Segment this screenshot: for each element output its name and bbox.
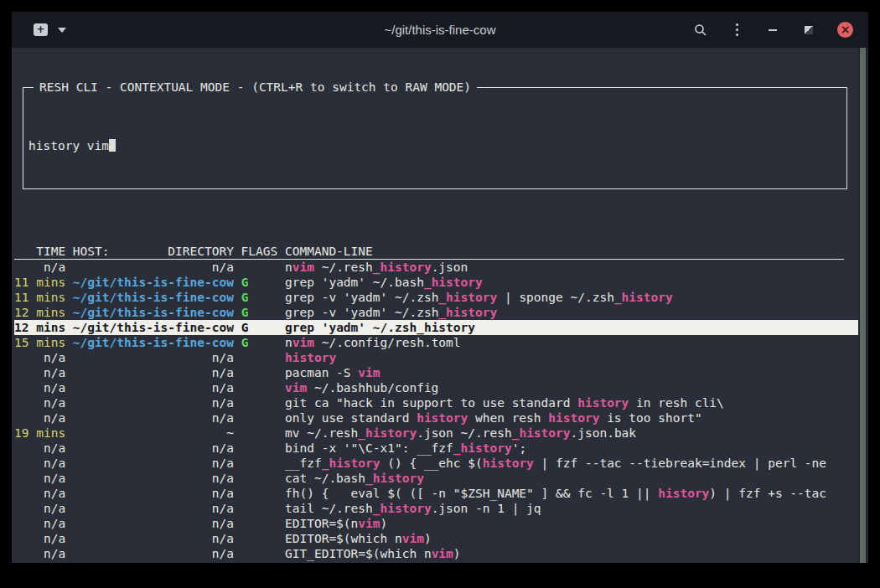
restore-button[interactable] [801, 23, 816, 38]
history-row[interactable]: n/a n/a bind -x '"\C-x1": __fzf_history'… [14, 441, 868, 456]
match-highlight: _history [365, 472, 424, 485]
match-highlight: vim [402, 532, 424, 545]
scrollbar[interactable] [858, 48, 868, 563]
row-directory: ~/git/this-is-fine-cow [73, 321, 234, 334]
history-row[interactable]: n/a n/a pacman -S vim [14, 365, 868, 380]
match-highlight: _history [373, 502, 432, 515]
match-highlight: vim [358, 366, 380, 379]
row-command: cat ~/.bash_history [285, 472, 424, 485]
row-command: history [285, 351, 336, 364]
row-time: 12 mins [14, 321, 65, 334]
history-row[interactable]: 11 mins ~/git/this-is-fine-cow G grep 'y… [14, 275, 868, 290]
menu-button[interactable] [729, 23, 744, 38]
match-highlight: _history [373, 260, 432, 274]
search-icon [694, 23, 707, 37]
row-directory: ~/git/this-is-fine-cow [73, 291, 234, 304]
match-highlight: _history [453, 441, 512, 455]
row-command: GIT_EDITOR=$(which nvim) [285, 547, 461, 560]
match-highlight: _history [417, 321, 475, 334]
terminal-window: + ~/git/this-is-fine-cow × [12, 12, 868, 563]
history-row[interactable]: n/a n/a nvim ~/.resh_history.json [14, 260, 868, 275]
history-row[interactable]: n/a n/a cat ~/.bash_history [14, 471, 868, 486]
row-directory: ~/git/this-is-fine-cow [73, 306, 234, 319]
history-row[interactable]: n/a n/a nvim [14, 561, 868, 563]
history-row[interactable]: n/a n/a git ca "hack in support to use s… [14, 395, 868, 410]
row-command: bind -x '"\C-x1": __fzf_history'; [285, 441, 526, 455]
row-flag: G [241, 306, 278, 319]
row-command: EDITOR=$(which nvim) [285, 532, 432, 545]
row-directory: ~/git/this-is-fine-cow [73, 276, 234, 289]
history-row[interactable]: n/a n/a EDITOR=$(nvim) [14, 516, 868, 531]
match-highlight: history [658, 487, 709, 500]
close-button[interactable]: × [837, 22, 853, 38]
history-row[interactable]: 15 mins ~/git/this-is-fine-cow G nvim ~/… [14, 335, 868, 350]
match-highlight: vim [292, 562, 314, 563]
match-highlight: _history [322, 456, 380, 470]
match-highlight: vim [358, 517, 380, 530]
match-highlight: _history [438, 306, 497, 319]
match-highlight: vim [292, 336, 314, 349]
match-highlight: _history [512, 426, 571, 440]
match-highlight: _history [358, 426, 417, 440]
row-command: mv ~/.resh_history.json ~/.resh_history.… [285, 426, 636, 440]
restore-icon [805, 26, 813, 34]
row-command: fh() { eval $( ([ -n "$ZSH_NAME" ] && fc… [285, 487, 826, 500]
scrollbar-thumb[interactable] [860, 48, 866, 563]
row-command: nvim ~/.config/resh.toml [285, 336, 461, 349]
match-highlight: vim [292, 260, 314, 274]
resh-search-box[interactable]: RESH CLI - CONTEXTUAL MODE - (CTRL+R to … [23, 87, 847, 189]
history-row[interactable]: n/a n/a GIT_EDITOR=$(which nvim) [14, 546, 868, 561]
match-highlight: history [548, 411, 599, 425]
history-row[interactable]: n/a n/a history [14, 350, 868, 365]
match-highlight: _history [614, 291, 673, 304]
row-time: 12 mins [14, 306, 65, 319]
history-row-selected[interactable]: 12 mins ~/git/this-is-fine-cow G grep 'y… [14, 320, 868, 335]
row-time: 15 mins [14, 336, 65, 349]
row-flag: G [241, 276, 278, 289]
row-command: git ca "hack in support to use standard … [285, 396, 724, 410]
search-query-text: history vim [28, 139, 109, 152]
row-command: grep -v 'yadm' ~/.zsh_history | sponge ~… [285, 291, 673, 304]
row-flag: G [241, 291, 278, 304]
row-command: only use standard history when resh hist… [285, 411, 702, 425]
row-time: 11 mins [14, 291, 65, 304]
match-highlight: _history [438, 291, 497, 304]
row-command: grep 'yadm' ~/.bash_history [285, 276, 483, 289]
row-command: nvim ~/.resh_history.json [285, 260, 468, 274]
history-row[interactable]: 12 mins ~/git/this-is-fine-cow G grep -v… [14, 305, 868, 320]
match-highlight: history [483, 456, 534, 470]
row-time: 19 mins [14, 426, 65, 440]
history-row[interactable]: n/a n/a tail ~/.resh_history.json -n 1 |… [14, 501, 868, 516]
match-highlight: history [577, 396, 629, 410]
search-input[interactable]: history vim [28, 138, 846, 153]
row-command: tail ~/.resh_history.json -n 1 | jq [285, 502, 541, 515]
history-row[interactable]: 11 mins ~/git/this-is-fine-cow G grep -v… [14, 290, 868, 305]
kebab-menu-icon [736, 23, 738, 26]
row-command: nvim [285, 562, 314, 563]
table-header: TIME HOST: DIRECTORY FLAGS COMMAND-LINE [14, 245, 844, 260]
history-row[interactable]: 19 mins ~ mv ~/.resh_history.json ~/.res… [14, 426, 868, 441]
minimize-button[interactable] [765, 23, 780, 38]
match-highlight: history [285, 351, 336, 364]
history-row[interactable]: n/a n/a EDITOR=$(which nvim) [14, 531, 868, 546]
titlebar[interactable]: + ~/git/this-is-fine-cow × [12, 12, 868, 48]
history-row[interactable]: n/a n/a fh() { eval $( ([ -n "$ZSH_NAME"… [14, 486, 868, 501]
row-command: grep -v 'yadm' ~/.zsh_history [285, 306, 497, 319]
match-highlight: vim [432, 547, 453, 560]
terminal-content: RESH CLI - CONTEXTUAL MODE - (CTRL+R to … [12, 48, 868, 563]
row-flag: G [241, 321, 278, 334]
history-table: TIME HOST: DIRECTORY FLAGS COMMAND-LINE … [14, 245, 868, 563]
row-command: EDITOR=$(nvim) [285, 517, 387, 530]
close-icon: × [841, 23, 851, 35]
match-highlight: _history [424, 276, 483, 289]
row-time: 11 mins [14, 276, 65, 289]
history-row[interactable]: n/a n/a vim ~/.bashhub/config [14, 380, 868, 395]
search-button[interactable] [693, 23, 708, 38]
row-command: grep 'yadm' ~/.zsh_history [285, 321, 475, 334]
match-highlight: vim [285, 381, 307, 395]
text-cursor [109, 139, 116, 152]
history-row[interactable]: n/a n/a __fzf_history () { __ehc $(histo… [14, 456, 868, 471]
resh-mode-label: RESH CLI - CONTEXTUAL MODE - (CTRL+R to … [34, 80, 477, 95]
history-row[interactable]: n/a n/a only use standard history when r… [14, 410, 868, 426]
match-highlight: history [417, 411, 468, 425]
